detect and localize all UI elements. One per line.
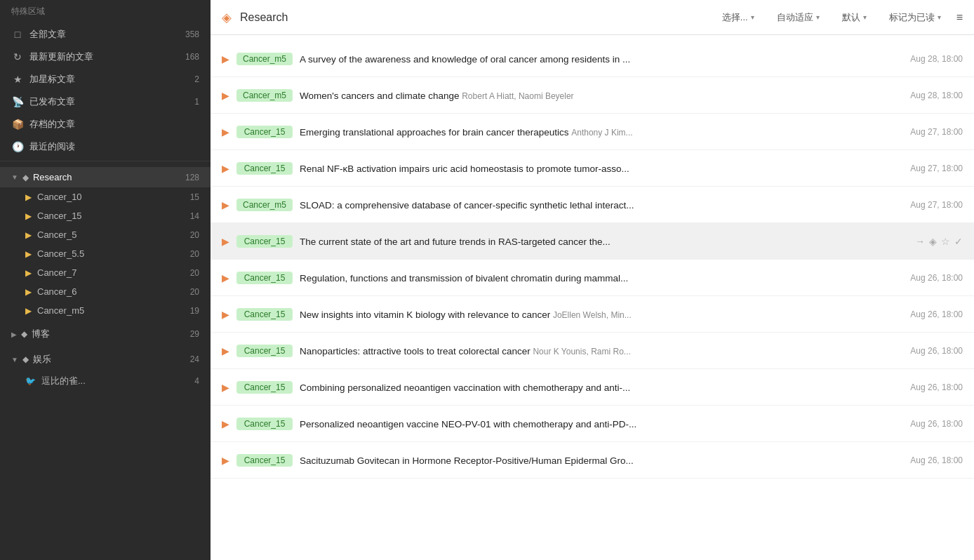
entertainment-chevron-icon: ▼	[11, 356, 18, 364]
article-meta: Aug 28, 18:00	[910, 54, 963, 64]
forward-icon[interactable]: →	[915, 236, 925, 247]
sidebar-item-recent-read[interactable]: 🕐 最近的阅读	[0, 135, 211, 158]
menu-icon[interactable]: ≡	[956, 11, 963, 24]
sidebar-item-starred[interactable]: ★ 加星标文章 2	[0, 68, 211, 91]
default-label: 默认	[842, 11, 860, 24]
article-date: Aug 26, 18:00	[910, 419, 963, 429]
article-date: Aug 28, 18:00	[910, 54, 963, 64]
article-content: Personalized neoantigen vaccine NEO-PV-0…	[300, 418, 903, 429]
sidebar-group-entertainment-header[interactable]: ▼ ◆ 娱乐 24	[0, 348, 211, 371]
article-item[interactable]: ▶Cancer_15Combining personalized neoanti…	[211, 369, 974, 406]
published-label: 已发布文章	[29, 95, 189, 108]
research-group-icon: ◆	[22, 173, 29, 182]
published-count: 1	[194, 97, 199, 107]
article-title: Combining personalized neoantigen vaccin…	[300, 382, 630, 393]
mark-read-button[interactable]: 标记为已读 ▾	[882, 8, 948, 27]
starred-count: 2	[194, 74, 199, 84]
article-meta: Aug 27, 18:00	[910, 127, 963, 137]
sidebar-item-archived[interactable]: 📦 存档的文章	[0, 113, 211, 135]
article-item[interactable]: ▶Cancer_15New insights into vitamin K bi…	[211, 296, 974, 333]
archived-icon: 📦	[11, 119, 24, 130]
cancer-5-count: 20	[190, 230, 199, 240]
sidebar-group-research-header[interactable]: ▼ ◆ Research 128	[0, 167, 211, 187]
article-meta: Aug 26, 18:00	[910, 346, 963, 356]
article-tag: Cancer_15	[236, 235, 293, 248]
sidebar-item-funny-birds[interactable]: 🐦 逗比的雀... 4	[0, 371, 211, 392]
article-content: Sacituzumab Govitecan in Hormone Recepto…	[300, 455, 903, 466]
research-group-label: Research	[33, 172, 181, 182]
sidebar-item-all-articles[interactable]: □ 全部文章 358	[0, 23, 211, 46]
select-chevron-icon: ▾	[751, 13, 754, 21]
article-feed-icon: ▶	[222, 345, 229, 356]
sidebar-item-cancer-m5[interactable]: ▶ Cancer_m5 19	[0, 301, 211, 320]
recent-read-label: 最近的阅读	[29, 140, 194, 153]
article-date: Aug 26, 18:00	[910, 455, 963, 465]
article-feed-icon: ▶	[222, 236, 229, 247]
sidebar-group-research: ▼ ◆ Research 128 ▶ Cancer_10 15 ▶ Cancer…	[0, 167, 211, 320]
article-title: A survey of the awareness and knowledge …	[300, 54, 630, 65]
rss-icon[interactable]: ◈	[929, 236, 937, 247]
check-icon[interactable]: ✓	[954, 236, 963, 247]
sidebar-divider-1	[0, 161, 211, 161]
all-articles-count: 358	[185, 29, 199, 39]
default-button[interactable]: 默认 ▾	[835, 8, 874, 27]
star-action-icon[interactable]: ☆	[941, 236, 950, 247]
main-header: ◈ Research 选择... ▾ 自动适应 ▾ 默认 ▾ 标记为已读 ▾ ≡	[211, 0, 974, 35]
article-meta: Aug 26, 18:00	[910, 273, 963, 283]
sidebar-group-entertainment: ▼ ◆ 娱乐 24 🐦 逗比的雀... 4	[0, 348, 211, 392]
sidebar-item-cancer-5[interactable]: ▶ Cancer_5 20	[0, 225, 211, 244]
article-item[interactable]: ▶Cancer_15Nanoparticles: attractive tool…	[211, 333, 974, 369]
article-tag: Cancer_15	[236, 454, 293, 467]
article-title: The current state of the art and future …	[300, 236, 611, 247]
article-item[interactable]: ▶Cancer_m5A survey of the awareness and …	[211, 41, 974, 77]
cancer-10-label: Cancer_10	[37, 192, 185, 202]
feed-icon: ◈	[222, 10, 232, 25]
cancer-6-label: Cancer_6	[37, 286, 185, 297]
article-item[interactable]: ▶Cancer_15The current state of the art a…	[211, 223, 974, 260]
sidebar-item-cancer-10[interactable]: ▶ Cancer_10 15	[0, 187, 211, 206]
page-title: Research	[240, 11, 707, 24]
article-tag: Cancer_15	[236, 381, 293, 394]
cancer-10-count: 15	[190, 192, 199, 202]
cancer-7-label: Cancer_7	[37, 267, 185, 278]
article-title: Sacituzumab Govitecan in Hormone Recepto…	[300, 455, 634, 466]
article-item[interactable]: ▶Cancer_15Regulation, functions and tran…	[211, 260, 974, 296]
article-authors: Robert A Hiatt, Naomi Beyeler	[462, 91, 573, 101]
cancer-15-label: Cancer_15	[37, 211, 185, 221]
sidebar-item-published[interactable]: 📡 已发布文章 1	[0, 91, 211, 113]
article-item[interactable]: ▶Cancer_15Sacituzumab Govitecan in Hormo…	[211, 442, 974, 479]
blog-group-label: 博客	[32, 328, 186, 340]
article-meta: Aug 27, 18:00	[910, 200, 963, 210]
auto-adapt-button[interactable]: 自动适应 ▾	[770, 8, 827, 27]
mark-read-label: 标记为已读	[889, 11, 935, 24]
select-button[interactable]: 选择... ▾	[715, 8, 761, 27]
article-feed-icon: ▶	[222, 126, 229, 138]
article-item[interactable]: ▶Cancer_15Emerging translational approac…	[211, 114, 974, 150]
sidebar-group-blog-header[interactable]: ▶ ◆ 博客 29	[0, 323, 211, 345]
sidebar-item-cancer-15[interactable]: ▶ Cancer_15 14	[0, 206, 211, 225]
sidebar-item-cancer-5-5[interactable]: ▶ Cancer_5.5 20	[0, 244, 211, 263]
published-icon: 📡	[11, 96, 24, 107]
article-item[interactable]: ▶Cancer_m5SLOAD: a comprehensive databas…	[211, 187, 974, 223]
article-item[interactable]: ▶Cancer_m5Women's cancers and climate ch…	[211, 77, 974, 114]
recent-updated-count: 168	[185, 52, 199, 62]
article-tag: Cancer_m5	[236, 89, 293, 102]
sidebar-item-recent-updated[interactable]: ↻ 最新更新的文章 168	[0, 46, 211, 68]
all-articles-icon: □	[11, 29, 24, 40]
article-date: Aug 28, 18:00	[910, 91, 963, 100]
article-feed-icon: ▶	[222, 199, 229, 211]
article-item[interactable]: ▶Cancer_15Renal NF-κB activation impairs…	[211, 150, 974, 187]
cancer-5-label: Cancer_5	[37, 229, 185, 240]
article-content: Women's cancers and climate change Rober…	[300, 90, 903, 101]
recent-updated-icon: ↻	[11, 51, 24, 62]
auto-adapt-chevron-icon: ▾	[816, 13, 820, 21]
sidebar-item-cancer-7[interactable]: ▶ Cancer_7 20	[0, 263, 211, 282]
article-tag: Cancer_15	[236, 162, 293, 175]
sidebar-group-blog: ▶ ◆ 博客 29	[0, 323, 211, 345]
blog-chevron-icon: ▶	[11, 331, 17, 338]
article-item[interactable]: ▶Cancer_15Personalized neoantigen vaccin…	[211, 406, 974, 442]
sidebar-item-cancer-6[interactable]: ▶ Cancer_6 20	[0, 282, 211, 301]
article-meta: Aug 27, 18:00	[910, 164, 963, 173]
article-title: Regulation, functions and transmission o…	[300, 273, 628, 284]
entertainment-group-count: 24	[190, 354, 199, 364]
